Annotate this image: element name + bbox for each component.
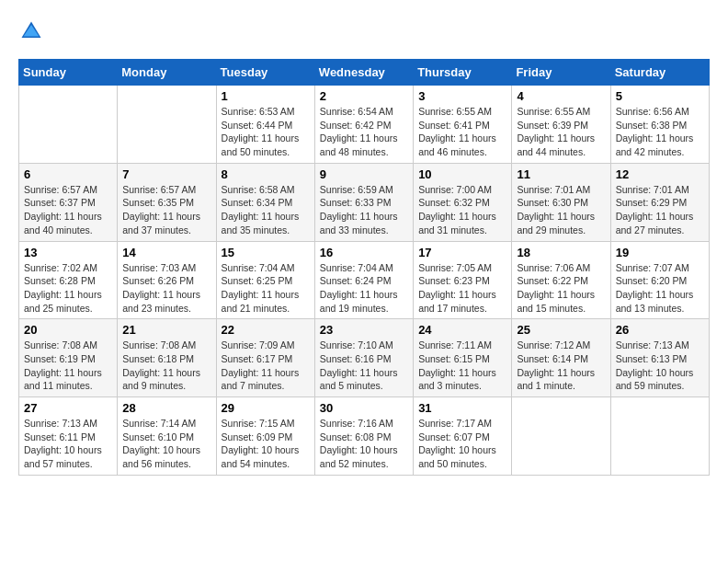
- day-number: 26: [616, 323, 704, 337]
- calendar-cell: 28 Sunrise: 7:14 AM Sunset: 6:10 PM Dayl…: [118, 397, 216, 476]
- calendar-cell: 8 Sunrise: 6:58 AM Sunset: 6:34 PM Dayli…: [216, 163, 314, 241]
- calendar-cell: 22 Sunrise: 7:09 AM Sunset: 6:17 PM Dayl…: [216, 319, 314, 397]
- day-info: Sunrise: 7:09 AM Sunset: 6:17 PM Dayligh…: [222, 339, 310, 393]
- day-number: 15: [222, 246, 310, 259]
- day-number: 7: [122, 167, 210, 181]
- day-info: Sunrise: 6:59 AM Sunset: 6:33 PM Dayligh…: [320, 183, 408, 237]
- calendar-header: SundayMondayTuesdayWednesdayThursdayFrid…: [19, 60, 710, 86]
- day-number: 12: [616, 167, 704, 181]
- calendar-cell: 16 Sunrise: 7:04 AM Sunset: 6:24 PM Dayl…: [314, 241, 413, 319]
- calendar-cell: [118, 86, 216, 164]
- day-info: Sunrise: 6:55 AM Sunset: 6:41 PM Dayligh…: [418, 105, 506, 159]
- day-number: 18: [517, 246, 605, 259]
- day-number: 31: [418, 401, 506, 415]
- day-number: 6: [24, 167, 112, 181]
- calendar-cell: 18 Sunrise: 7:06 AM Sunset: 6:22 PM Dayl…: [512, 241, 610, 319]
- day-number: 8: [222, 167, 310, 181]
- day-info: Sunrise: 6:55 AM Sunset: 6:39 PM Dayligh…: [517, 105, 605, 159]
- day-info: Sunrise: 6:53 AM Sunset: 6:44 PM Dayligh…: [222, 105, 310, 159]
- calendar-cell: 11 Sunrise: 7:01 AM Sunset: 6:30 PM Dayl…: [512, 163, 610, 241]
- day-info: Sunrise: 6:58 AM Sunset: 6:34 PM Dayligh…: [222, 183, 310, 237]
- day-number: 23: [320, 323, 408, 337]
- day-info: Sunrise: 7:02 AM Sunset: 6:28 PM Dayligh…: [24, 261, 112, 316]
- calendar-cell: [610, 397, 709, 476]
- day-number: 27: [24, 401, 112, 415]
- day-info: Sunrise: 7:04 AM Sunset: 6:24 PM Dayligh…: [320, 261, 408, 316]
- day-info: Sunrise: 7:17 AM Sunset: 6:07 PM Dayligh…: [418, 417, 506, 471]
- weekday-header-monday: Monday: [118, 60, 216, 86]
- day-number: 1: [222, 89, 310, 103]
- day-number: 11: [517, 167, 605, 181]
- day-info: Sunrise: 7:00 AM Sunset: 6:32 PM Dayligh…: [418, 183, 506, 237]
- day-number: 3: [418, 89, 506, 103]
- calendar-cell: [512, 397, 610, 476]
- day-info: Sunrise: 6:57 AM Sunset: 6:35 PM Dayligh…: [122, 183, 210, 237]
- day-info: Sunrise: 6:54 AM Sunset: 6:42 PM Dayligh…: [320, 105, 408, 159]
- weekday-header-wednesday: Wednesday: [314, 60, 413, 86]
- calendar-cell: 19 Sunrise: 7:07 AM Sunset: 6:20 PM Dayl…: [610, 241, 709, 319]
- day-info: Sunrise: 7:03 AM Sunset: 6:26 PM Dayligh…: [122, 261, 210, 316]
- weekday-header-saturday: Saturday: [610, 60, 709, 86]
- calendar-cell: 4 Sunrise: 6:55 AM Sunset: 6:39 PM Dayli…: [512, 86, 610, 164]
- logo: [18, 18, 48, 44]
- day-info: Sunrise: 7:06 AM Sunset: 6:22 PM Dayligh…: [517, 261, 605, 316]
- day-number: 10: [418, 167, 506, 181]
- day-number: 21: [122, 323, 210, 337]
- day-number: 30: [320, 401, 408, 415]
- day-info: Sunrise: 7:04 AM Sunset: 6:25 PM Dayligh…: [222, 261, 310, 316]
- calendar-cell: 30 Sunrise: 7:16 AM Sunset: 6:08 PM Dayl…: [314, 397, 413, 476]
- calendar-cell: 5 Sunrise: 6:56 AM Sunset: 6:38 PM Dayli…: [610, 86, 709, 164]
- page-header: [18, 18, 710, 44]
- day-number: 16: [320, 246, 408, 259]
- day-number: 9: [320, 167, 408, 181]
- day-number: 19: [616, 246, 704, 259]
- calendar-table: SundayMondayTuesdayWednesdayThursdayFrid…: [18, 59, 710, 476]
- calendar-cell: 12 Sunrise: 7:01 AM Sunset: 6:29 PM Dayl…: [610, 163, 709, 241]
- logo-icon: [18, 18, 44, 44]
- calendar-cell: 26 Sunrise: 7:13 AM Sunset: 6:13 PM Dayl…: [610, 319, 709, 397]
- weekday-header-sunday: Sunday: [19, 60, 118, 86]
- calendar-cell: 10 Sunrise: 7:00 AM Sunset: 6:32 PM Dayl…: [414, 163, 512, 241]
- day-info: Sunrise: 7:15 AM Sunset: 6:09 PM Dayligh…: [222, 417, 310, 471]
- calendar-cell: 27 Sunrise: 7:13 AM Sunset: 6:11 PM Dayl…: [19, 397, 118, 476]
- day-number: 29: [222, 401, 310, 415]
- calendar-cell: 15 Sunrise: 7:04 AM Sunset: 6:25 PM Dayl…: [216, 241, 314, 319]
- day-info: Sunrise: 7:10 AM Sunset: 6:16 PM Dayligh…: [320, 339, 408, 393]
- day-number: 17: [418, 246, 506, 259]
- calendar-cell: 20 Sunrise: 7:08 AM Sunset: 6:19 PM Dayl…: [19, 319, 118, 397]
- day-info: Sunrise: 7:08 AM Sunset: 6:18 PM Dayligh…: [122, 339, 210, 393]
- calendar-cell: 31 Sunrise: 7:17 AM Sunset: 6:07 PM Dayl…: [414, 397, 512, 476]
- day-info: Sunrise: 7:13 AM Sunset: 6:13 PM Dayligh…: [616, 339, 704, 393]
- day-info: Sunrise: 7:01 AM Sunset: 6:30 PM Dayligh…: [517, 183, 605, 237]
- calendar-cell: 2 Sunrise: 6:54 AM Sunset: 6:42 PM Dayli…: [314, 86, 413, 164]
- day-info: Sunrise: 6:57 AM Sunset: 6:37 PM Dayligh…: [24, 183, 112, 237]
- calendar-cell: 14 Sunrise: 7:03 AM Sunset: 6:26 PM Dayl…: [118, 241, 216, 319]
- day-number: 25: [517, 323, 605, 337]
- calendar-cell: 7 Sunrise: 6:57 AM Sunset: 6:35 PM Dayli…: [118, 163, 216, 241]
- day-info: Sunrise: 7:11 AM Sunset: 6:15 PM Dayligh…: [418, 339, 506, 393]
- day-number: 5: [616, 89, 704, 103]
- calendar-cell: 23 Sunrise: 7:10 AM Sunset: 6:16 PM Dayl…: [314, 319, 413, 397]
- day-info: Sunrise: 7:01 AM Sunset: 6:29 PM Dayligh…: [616, 183, 704, 237]
- calendar-cell: 21 Sunrise: 7:08 AM Sunset: 6:18 PM Dayl…: [118, 319, 216, 397]
- day-number: 28: [122, 401, 210, 415]
- calendar-cell: 24 Sunrise: 7:11 AM Sunset: 6:15 PM Dayl…: [414, 319, 512, 397]
- calendar-cell: 9 Sunrise: 6:59 AM Sunset: 6:33 PM Dayli…: [314, 163, 413, 241]
- calendar-cell: 17 Sunrise: 7:05 AM Sunset: 6:23 PM Dayl…: [414, 241, 512, 319]
- day-number: 20: [24, 323, 112, 337]
- day-info: Sunrise: 7:08 AM Sunset: 6:19 PM Dayligh…: [24, 339, 112, 393]
- day-info: Sunrise: 7:13 AM Sunset: 6:11 PM Dayligh…: [24, 417, 112, 471]
- day-info: Sunrise: 6:56 AM Sunset: 6:38 PM Dayligh…: [616, 105, 704, 159]
- calendar-cell: 1 Sunrise: 6:53 AM Sunset: 6:44 PM Dayli…: [216, 86, 314, 164]
- day-number: 24: [418, 323, 506, 337]
- calendar-cell: 13 Sunrise: 7:02 AM Sunset: 6:28 PM Dayl…: [19, 241, 118, 319]
- day-number: 14: [122, 246, 210, 259]
- calendar-cell: 3 Sunrise: 6:55 AM Sunset: 6:41 PM Dayli…: [414, 86, 512, 164]
- calendar-cell: [19, 86, 118, 164]
- day-number: 22: [222, 323, 310, 337]
- day-info: Sunrise: 7:16 AM Sunset: 6:08 PM Dayligh…: [320, 417, 408, 471]
- day-info: Sunrise: 7:12 AM Sunset: 6:14 PM Dayligh…: [517, 339, 605, 393]
- day-number: 13: [24, 246, 112, 259]
- weekday-header-thursday: Thursday: [414, 60, 512, 86]
- day-number: 4: [517, 89, 605, 103]
